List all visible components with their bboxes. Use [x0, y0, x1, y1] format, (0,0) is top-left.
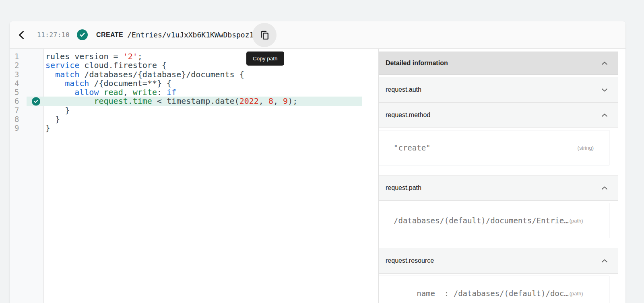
chevron-up-icon [601, 257, 608, 264]
section-request-resource[interactable]: request.resource [379, 248, 618, 274]
chevron-up-icon [601, 184, 608, 192]
request-path-label: /Entries/v1uJxXb6K1KWwDbspoz1 [127, 31, 254, 39]
value-row: "create" (string) [379, 130, 609, 165]
code-text: allow read, write: if [43, 87, 176, 97]
code-text: service cloud.firestore { [43, 60, 167, 70]
chevron-up-icon [601, 60, 608, 67]
rules-playground-screen: 11:27:10 CREATE /Entries/v1uJxXb6K1KWwDb… [0, 0, 644, 303]
value-text: "create" [394, 143, 431, 152]
line-number: 5 [10, 88, 43, 97]
value-type-badge: (string) [578, 145, 594, 151]
code-line[interactable]: 9} [10, 124, 378, 132]
code-text: match /{document=**} { [43, 78, 171, 88]
chevron-down-icon [601, 86, 608, 93]
value-row: /databases/(default)/documents/Entrie… (… [379, 203, 609, 238]
section-label: request.path [386, 184, 421, 192]
code-line[interactable]: 5 allow read, write: if [10, 88, 378, 97]
code-line[interactable]: 7 } [10, 106, 378, 115]
code-text: match /databases/{database}/documents { [43, 70, 244, 79]
detailed-information-header[interactable]: Detailed information [379, 52, 618, 75]
section-label: request.auth [386, 86, 421, 93]
section-request-resource-content: __name__: /databases/(default)/doc… (pat… [379, 276, 618, 303]
value-text: __name__: /databases/(default)/doc… [394, 289, 569, 298]
code-line[interactable]: 2service cloud.firestore { [10, 61, 378, 70]
check-circle-icon [32, 97, 40, 105]
chevron-up-icon [601, 111, 608, 119]
code-text: } [43, 114, 60, 124]
detailed-information-title: Detailed information [386, 60, 448, 67]
section-request-method[interactable]: request.method [379, 103, 618, 128]
code-text: request.time < timestamp.date(2022, 8, 9… [43, 96, 297, 106]
check-circle-icon [77, 29, 88, 40]
code-text: rules_version = '2'; [43, 52, 142, 61]
code-line[interactable]: 1rules_version = '2'; [10, 52, 378, 61]
code-line[interactable]: 6 request.time < timestamp.date(2022, 8,… [10, 97, 378, 105]
value-type-badge: (path) [570, 218, 583, 224]
value-row: __name__: /databases/(default)/doc… (pat… [379, 276, 609, 303]
line-number: 8 [10, 115, 43, 124]
request-header-bar: 11:27:10 CREATE /Entries/v1uJxXb6K1KWwDb… [10, 21, 625, 49]
code-text: } [43, 123, 50, 133]
section-request-auth[interactable]: request.auth [379, 77, 618, 103]
back-button[interactable] [17, 30, 26, 40]
request-timestamp: 11:27:10 [37, 31, 70, 39]
line-number: 2 [10, 61, 43, 70]
copy-path-button[interactable] [252, 23, 277, 47]
section-label: request.method [386, 111, 430, 119]
line-number: 1 [10, 52, 43, 61]
code-lines: 1rules_version = '2';2service cloud.fire… [10, 49, 378, 133]
section-label: request.resource [386, 257, 434, 264]
code-line[interactable]: 3 match /databases/{database}/documents … [10, 70, 378, 79]
section-request-method-content: "create" (string) [379, 130, 618, 165]
line-number: 7 [10, 106, 43, 115]
line-number: 9 [10, 124, 43, 132]
detailed-information-panel: Detailed information request.auth reques… [378, 49, 625, 303]
value-type-badge: (path) [570, 291, 583, 297]
line-number: 4 [10, 79, 43, 88]
copy-path-tooltip: Copy path [246, 52, 284, 66]
value-text: /databases/(default)/documents/Entrie… [394, 216, 569, 225]
code-line[interactable]: 4 match /{document=**} { [10, 79, 378, 88]
chevron-left-icon [17, 31, 25, 39]
line-number: 3 [10, 70, 43, 79]
request-method-label: CREATE [96, 31, 123, 39]
section-request-path-content: /databases/(default)/documents/Entrie… (… [379, 203, 618, 238]
section-request-path[interactable]: request.path [379, 175, 618, 201]
content-copy-icon [259, 30, 270, 41]
rules-code-editor[interactable]: 1rules_version = '2';2service cloud.fire… [10, 49, 378, 303]
code-line[interactable]: 8 } [10, 115, 378, 124]
request-detail-card: 11:27:10 CREATE /Entries/v1uJxXb6K1KWwDb… [10, 21, 625, 303]
code-text: } [43, 105, 70, 115]
